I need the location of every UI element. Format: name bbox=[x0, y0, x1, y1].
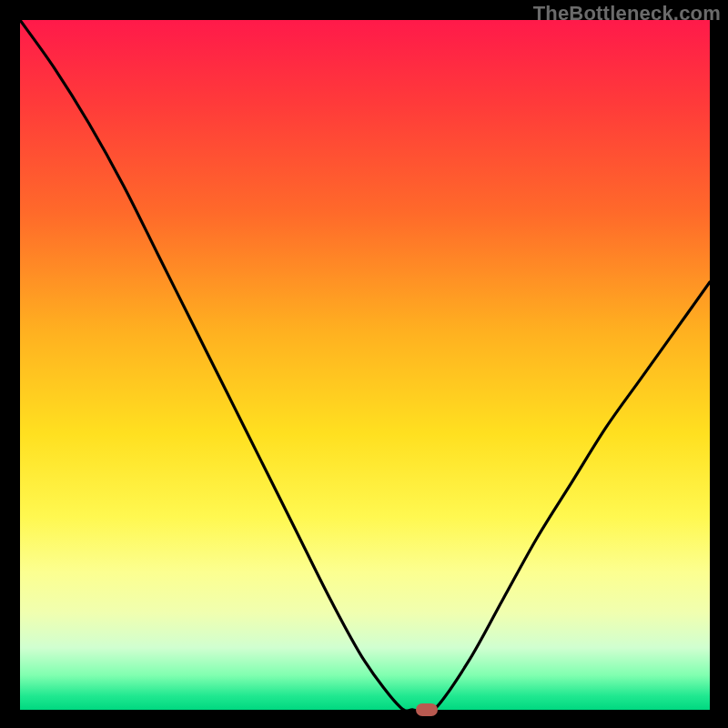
watermark-text: TheBottleneck.com bbox=[533, 2, 721, 25]
curve-path bbox=[20, 20, 710, 710]
plot-area bbox=[20, 20, 710, 710]
bottleneck-curve bbox=[20, 20, 710, 710]
optimal-marker bbox=[416, 703, 438, 716]
chart-frame: TheBottleneck.com bbox=[0, 0, 728, 728]
